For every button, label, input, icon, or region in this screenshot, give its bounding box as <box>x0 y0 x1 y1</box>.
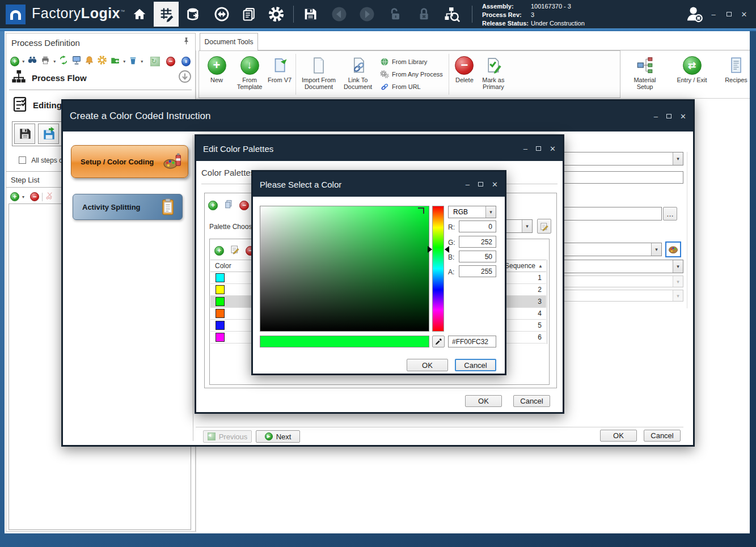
print-caret-icon[interactable]: ▾ <box>53 59 56 64</box>
forward-icon[interactable] <box>358 5 376 23</box>
export-caret-icon[interactable]: ▾ <box>123 59 125 64</box>
collapse-down-icon[interactable] <box>178 70 192 86</box>
edit-color-icon[interactable] <box>230 244 240 257</box>
add-palette-icon[interactable]: + <box>208 201 218 210</box>
delete-caret-icon[interactable]: ▾ <box>141 59 143 64</box>
add-caret-icon[interactable]: ▾ <box>22 59 24 64</box>
from-library-button[interactable]: From Library <box>380 57 443 67</box>
color-picker-titlebar[interactable]: Please Select a Color – ✕ <box>253 172 505 197</box>
save-icon[interactable] <box>301 5 319 23</box>
transfer-icon[interactable] <box>213 5 231 23</box>
cancel-button[interactable]: Cancel <box>455 359 496 371</box>
process-search-icon[interactable] <box>443 5 461 23</box>
sort-ascending-icon[interactable]: ▲ <box>538 264 543 269</box>
eyedropper-button[interactable] <box>432 336 445 347</box>
link-to-document-button[interactable]: Link To Document <box>339 53 377 96</box>
remove-step-icon[interactable]: − <box>30 192 39 201</box>
import-data-icon[interactable] <box>184 5 202 23</box>
binoculars-icon[interactable] <box>27 55 37 67</box>
from-template-button[interactable]: ↓ From Template <box>233 53 266 96</box>
bell-icon[interactable] <box>85 56 94 67</box>
print-icon[interactable] <box>40 55 50 67</box>
add-step-caret-icon[interactable]: ▾ <box>22 194 24 200</box>
gear-gold-icon[interactable] <box>97 55 107 67</box>
a-input[interactable]: 255 <box>459 265 496 277</box>
saturation-value-area[interactable] <box>260 206 429 332</box>
save-step-button[interactable] <box>14 124 35 144</box>
recipes-icon <box>728 57 744 74</box>
lock-x-icon[interactable] <box>415 5 433 23</box>
hue-slider[interactable] <box>432 206 444 332</box>
r-input[interactable]: 0 <box>459 221 496 232</box>
edit-palette-button[interactable] <box>665 241 681 257</box>
close-button[interactable]: ✕ <box>550 145 556 152</box>
ok-button[interactable]: OK <box>600 430 637 442</box>
cancel-button[interactable]: Cancel <box>644 430 681 442</box>
entry-exit-button[interactable]: ⇄ Entry / Exit <box>674 53 710 90</box>
import-from-document-button[interactable]: Import From Document <box>298 53 339 96</box>
settings-gear-icon[interactable] <box>267 5 285 23</box>
b-input[interactable]: 50 <box>459 251 496 262</box>
hex-input[interactable]: #FF00FC32 <box>448 336 496 347</box>
maximize-button[interactable] <box>536 146 541 151</box>
pin-icon[interactable] <box>182 37 191 48</box>
activity-splitting-button[interactable]: Activity Splitting <box>73 194 183 220</box>
presentation-icon[interactable] <box>71 55 82 67</box>
home-icon[interactable] <box>130 5 149 23</box>
next-button[interactable]: ▶ Next <box>256 430 300 443</box>
process-swap-icon[interactable] <box>58 55 69 67</box>
add-step-icon[interactable]: + <box>10 192 19 201</box>
minimize-button[interactable]: – <box>466 181 470 188</box>
recipes-button[interactable]: Recipes <box>721 53 751 90</box>
minimize-button[interactable]: – <box>523 145 527 152</box>
delete-palette-icon[interactable]: − <box>239 201 249 210</box>
setup-color-coding-button[interactable]: Setup / Color Coding <box>71 145 188 178</box>
minimize-button[interactable]: – <box>654 113 658 120</box>
g-input[interactable]: 252 <box>459 236 496 248</box>
delete-blue-icon[interactable] <box>128 56 138 67</box>
pause-icon[interactable]: ‖ <box>181 57 191 66</box>
new-document-button[interactable]: + New <box>200 53 233 96</box>
process-flow-label[interactable]: Process Flow <box>32 73 87 83</box>
material-setup-button[interactable]: Material Setup <box>627 53 662 90</box>
unlock-icon[interactable] <box>386 5 404 23</box>
all-steps-checkbox[interactable] <box>19 156 26 164</box>
ok-button[interactable]: OK <box>465 395 502 407</box>
saturation-marker[interactable] <box>418 207 424 214</box>
maximize-button[interactable] <box>723 5 735 23</box>
maximize-button[interactable] <box>666 114 671 118</box>
ok-button[interactable]: OK <box>407 359 448 371</box>
documents-icon[interactable] <box>240 5 258 23</box>
sequence-column-header[interactable]: Sequence <box>505 262 535 270</box>
maximize-button[interactable] <box>478 182 483 186</box>
user-logout-icon[interactable] <box>682 5 706 23</box>
process-design-icon[interactable] <box>154 2 179 27</box>
tab-document-tools[interactable]: Document Tools <box>200 33 258 50</box>
desktop: FactoryLogix™ <box>0 0 756 547</box>
back-icon[interactable] <box>330 5 348 23</box>
export-icon[interactable] <box>110 55 120 67</box>
color-column-header[interactable]: Color <box>215 262 231 270</box>
hue-slider-handle[interactable] <box>445 246 449 253</box>
browse-button[interactable]: … <box>663 207 677 221</box>
close-button[interactable]: ✕ <box>492 181 498 188</box>
remove-icon[interactable]: − <box>166 57 175 66</box>
add-color-icon[interactable]: + <box>214 246 224 256</box>
close-button[interactable]: ✕ <box>680 113 686 120</box>
edit-palettes-titlebar[interactable]: Edit Color Palettes – ✕ <box>196 136 563 161</box>
add-icon[interactable]: + <box>10 57 19 66</box>
close-button[interactable]: ✕ <box>738 5 750 23</box>
cancel-button[interactable]: Cancel <box>513 395 550 407</box>
from-url-button[interactable]: From URL <box>380 82 443 92</box>
color-mode-combo[interactable]: RGB▾ <box>448 206 496 218</box>
import-step-button[interactable] <box>38 124 59 144</box>
delete-document-button[interactable]: − Delete <box>451 53 478 96</box>
mark-as-primary-button[interactable]: Mark as Primary <box>478 53 509 96</box>
copy-palette-icon[interactable] <box>223 199 234 211</box>
create-dialog-titlebar[interactable]: Create a Color Coded Instruction – ✕ <box>63 101 693 132</box>
minimize-button[interactable]: – <box>707 5 720 23</box>
from-any-process-button[interactable]: From Any Process <box>380 69 443 79</box>
rename-palette-button[interactable] <box>537 219 551 234</box>
from-v7-button[interactable]: From V7 <box>266 53 293 96</box>
hue-slider-handle[interactable] <box>428 246 432 253</box>
